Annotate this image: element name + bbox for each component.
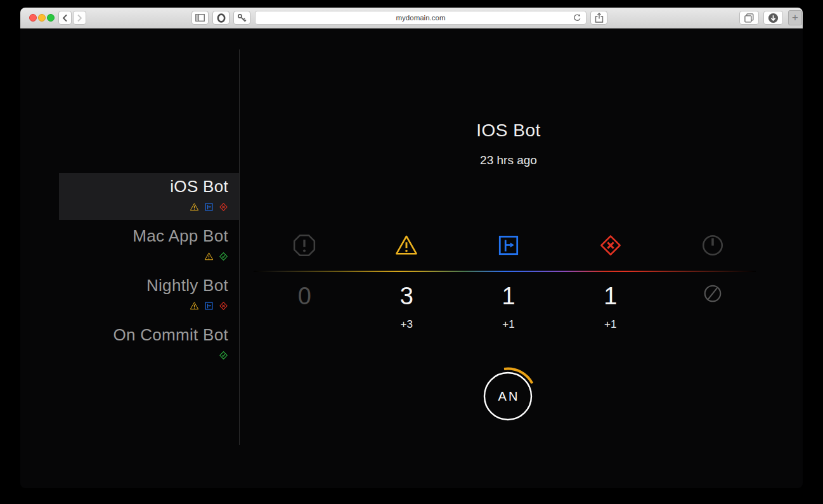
forward-button[interactable] [73,11,86,25]
chevron-left-icon [62,14,68,22]
analyzer-square-icon [204,301,214,311]
no-duration-slash-icon [702,283,723,304]
back-button[interactable] [58,11,72,25]
sidebar-toggle-button[interactable] [191,11,209,25]
bot-status-icons [219,351,228,360]
avatar-initials: AN [473,361,543,431]
bot-status-icons [190,202,228,212]
stat-delta: +1 [458,318,560,331]
sidebar-item-on-commit-bot[interactable]: On Commit Bot [59,321,239,368]
stat-duration [661,233,763,331]
stat-analysis-issues: 1 +1 [458,233,560,331]
chevron-right-icon [77,14,82,22]
bot-name: Mac App Bot [133,226,228,246]
address-text: mydomain.com [396,14,446,22]
stat-errors: 0 [254,233,356,331]
clock-icon [701,233,725,257]
test-failure-diamond-icon [219,301,228,311]
extension-key-button[interactable] [233,11,250,25]
analyzer-square-icon [496,233,521,257]
browser-toolbar: mydomain.com [20,8,803,29]
bot-name: On Commit Bot [113,325,228,345]
key-icon [237,13,247,23]
downloads-button[interactable] [763,11,783,25]
stat-failed-tests: 1 +1 [559,233,661,331]
warning-triangle-icon [190,301,199,311]
success-diamond-icon [219,351,228,360]
warning-triangle-icon [204,252,214,261]
error-octagon-icon [292,233,316,257]
extension-circle-button[interactable] [212,11,230,25]
address-bar[interactable]: mydomain.com [255,11,586,25]
share-icon [595,13,604,23]
last-integration-time: 23 hrs ago [254,153,763,167]
downloads-icon [768,13,779,23]
bot-status-icons [204,252,228,261]
sidebar-item-nightly-bot[interactable]: Nightly Bot [59,272,239,319]
zoom-window-button[interactable] [47,14,55,22]
tab-overview-button[interactable] [739,11,759,25]
refresh-icon [573,13,581,22]
warning-triangle-icon [190,202,199,212]
warning-triangle-icon [394,233,418,257]
stat-value: 1 [458,284,560,308]
stat-value: 1 [559,284,661,308]
analyzer-square-icon [204,202,214,212]
page-title: IOS Bot [254,120,763,141]
stat-delta: +3 [356,318,458,331]
bot-status-icons [190,301,228,311]
stat-value: 0 [254,284,356,308]
bot-name: iOS Bot [170,177,228,197]
safari-window: mydomain.com [20,8,803,488]
stat-value: 3 [356,284,458,308]
desktop-background: mydomain.com [0,0,823,504]
test-failure-diamond-icon [219,202,228,212]
close-window-button[interactable] [29,14,37,22]
bigscreen-page: iOS Bot Mac App Bot Nightly Bot [20,29,803,488]
sidebar-item-mac-app-bot[interactable]: Mac App Bot [59,223,239,269]
success-diamond-icon [219,252,228,261]
bot-name: Nightly Bot [146,276,228,295]
sidebar-divider [239,49,240,445]
stat-warnings: 3 +3 [356,233,458,331]
stats-row: 0 3 +3 1 +1 1 +1 [254,233,763,331]
circle-extension-icon [217,13,226,23]
minimize-window-button[interactable] [38,14,46,22]
spectrum-divider-line [254,271,756,272]
test-failure-diamond-icon [599,233,623,257]
share-button[interactable] [590,11,607,25]
sidebar-item-ios-bot[interactable]: iOS Bot [59,173,239,220]
stat-delta: +1 [559,318,661,331]
integration-avatar: AN [473,361,543,431]
new-tab-button[interactable]: + [788,10,802,25]
tab-overview-icon [744,13,754,23]
refresh-button[interactable] [573,13,581,23]
sidebar-icon [195,14,205,22]
